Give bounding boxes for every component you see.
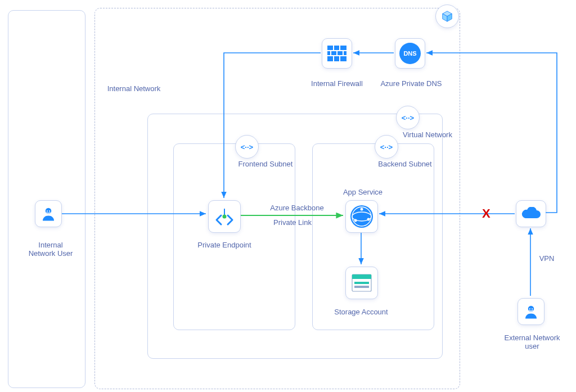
vnet-badge: <··> [396,106,420,129]
external-user-label: External Networkuser [498,334,566,350]
svg-point-7 [529,308,530,309]
private-link-label: Private Link [264,218,321,227]
svg-point-23 [361,208,363,211]
virtual-network-label: Virtual Network [394,130,461,139]
vnet-brackets-icon: <··> [380,143,393,151]
svg-point-25 [354,219,357,222]
svg-point-4 [47,210,48,211]
backend-subnet-label: Backend Subnet [371,160,439,168]
storage-account-card [345,267,378,299]
internal-network-label: Internal Network [100,84,168,93]
cloud-card [516,200,546,227]
diagram-canvas: Internal Network <··> Virtual Network <·… [0,0,576,392]
app-service-label: App Service [338,188,388,196]
internal-user-label: InternalNetwork User [24,241,78,258]
backend-subnet-badge: <··> [375,135,398,159]
svg-point-8 [532,308,533,309]
cube-icon [441,10,453,22]
person-icon [40,205,57,222]
frontend-subnet-box [173,143,295,330]
vnet-brackets-icon: <··> [241,143,253,151]
vnet-brackets-icon: <··> [402,114,414,122]
internal-firewall-card [322,38,352,69]
svg-point-24 [367,218,370,221]
azure-backbone-label: Azure Backbone [263,204,331,212]
person-icon [523,303,539,320]
app-service-icon [350,205,373,228]
cloud-icon [521,207,541,220]
storage-account-icon [352,274,372,292]
external-user-card [518,298,544,325]
internal-firewall-label: Internal Firewall [306,79,368,88]
cube-badge [435,4,459,28]
firewall-icon [327,46,346,61]
backend-subnet-box [312,143,434,330]
private-endpoint-label: Private Endpoint [194,241,255,249]
internal-network-box [8,10,86,388]
private-endpoint-card [208,200,241,233]
vpn-label: VPN [536,254,558,263]
private-endpoint-icon [213,205,236,228]
private-dns-label: Azure Private DNS [375,79,448,88]
dns-icon: DNS [399,43,421,64]
frontend-subnet-badge: <··> [235,135,259,159]
svg-point-20 [223,215,227,219]
private-dns-card: DNS [395,38,425,69]
blocked-marker: X [482,206,490,221]
svg-rect-29 [354,286,369,288]
storage-account-label: Storage Account [327,308,395,316]
svg-point-5 [49,210,50,211]
svg-rect-27 [352,274,371,279]
internal-user-card [35,200,62,227]
svg-rect-28 [354,282,369,284]
frontend-subnet-label: Frontend Subnet [232,160,299,168]
app-service-card [345,200,378,233]
